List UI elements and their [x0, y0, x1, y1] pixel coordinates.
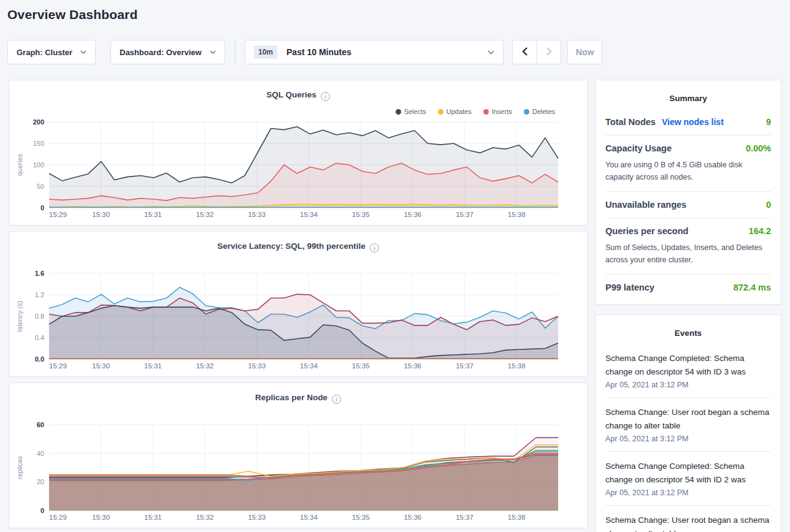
svg-text:0: 0 [40, 507, 44, 514]
svg-text:15:33: 15:33 [248, 362, 266, 370]
svg-text:15:34: 15:34 [300, 362, 318, 370]
svg-text:15:34: 15:34 [300, 514, 318, 521]
info-icon[interactable]: i [370, 243, 379, 253]
legend-dot [524, 109, 529, 115]
svg-text:15:36: 15:36 [404, 514, 421, 521]
svg-text:latency (s): latency (s) [16, 301, 23, 332]
summary-item-p99-latency: P99 latency 872.4 ms [605, 275, 771, 300]
service-latency-chart[interactable]: 15:2915:3015:3115:3215:3315:3415:3515:36… [13, 266, 584, 378]
svg-text:15:31: 15:31 [144, 514, 162, 521]
event-timestamp: Apr 05, 2021 at 3:12 PM [605, 381, 771, 389]
summary-item-qps: Queries per second 164.2 Sum of Selects,… [605, 218, 771, 274]
overview-dashboard-page: Overview Dashboard Graph: Cluster Dashbo… [0, 0, 790, 532]
event-timestamp: Apr 05, 2021 at 3:12 PM [605, 488, 771, 497]
events-title: Events [605, 325, 771, 344]
summary-label: Unavailable ranges [605, 200, 686, 210]
dashboard-dropdown[interactable]: Dashboard: Overview [110, 40, 225, 64]
svg-text:15:32: 15:32 [196, 211, 214, 218]
chevron-right-icon [546, 47, 552, 58]
svg-text:15:37: 15:37 [456, 211, 474, 218]
view-nodes-link[interactable]: View nodes list [662, 117, 724, 127]
chevron-left-icon [522, 47, 528, 58]
replicas-per-node-chart[interactable]: 15:2915:3015:3115:3215:3315:3415:3515:36… [13, 417, 584, 529]
summary-value: 0 [766, 200, 771, 210]
svg-text:100: 100 [33, 161, 44, 169]
page-title: Overview Dashboard [7, 7, 138, 22]
toolbar-divider [235, 40, 236, 64]
svg-text:15:34: 15:34 [300, 211, 318, 218]
chevron-down-icon [80, 50, 86, 54]
chevron-down-icon [210, 50, 216, 54]
event-item: Schema Change: User root began a schema … [605, 506, 771, 532]
time-range-badge: 10m [254, 45, 277, 59]
summary-description: You are using 0 B of 4.5 GiB usable disk… [605, 159, 771, 183]
svg-text:15:30: 15:30 [92, 514, 110, 521]
svg-text:15:38: 15:38 [508, 514, 526, 521]
event-text[interactable]: Schema Change: User root began a schema … [605, 514, 771, 532]
svg-text:50: 50 [37, 183, 44, 190]
event-item: Schema Change: User root began a schema … [605, 398, 771, 451]
charts-column: SQL Queriesi Selects Updates Inserts Del… [9, 80, 588, 532]
svg-text:15:38: 15:38 [508, 362, 526, 370]
graph-dropdown[interactable]: Graph: Cluster [7, 40, 96, 64]
events-panel: Events Schema Change Completed: Schema c… [595, 314, 781, 532]
chart-title-row: SQL Queriesi [9, 90, 587, 101]
summary-description: Sum of Selects, Updates, Inserts, and De… [605, 241, 771, 266]
summary-value: 0.00% [746, 143, 771, 153]
legend-dot [438, 109, 443, 115]
summary-label: Total Nodes [605, 117, 656, 127]
time-range-selector[interactable]: 10m Past 10 Minutes [245, 40, 504, 64]
svg-text:15:29: 15:29 [49, 211, 67, 218]
svg-text:15:30: 15:30 [92, 362, 110, 370]
svg-text:15:31: 15:31 [144, 362, 162, 370]
sql-queries-chart[interactable]: 15:2915:3015:3115:3215:3315:3415:3515:36… [13, 115, 584, 226]
svg-text:15:30: 15:30 [92, 211, 110, 218]
summary-item-total-nodes: Total Nodes View nodes list 9 [605, 109, 771, 135]
info-icon[interactable]: i [332, 395, 341, 404]
summary-item-capacity: Capacity Usage 0.00% You are using 0 B o… [605, 135, 771, 191]
svg-text:0.4: 0.4 [35, 334, 44, 341]
summary-value: 164.2 [749, 226, 771, 236]
summary-label: P99 latency [605, 283, 654, 292]
svg-text:200: 200 [33, 118, 44, 126]
chart-title: Service Latency: SQL, 99th percentile [217, 241, 366, 251]
chevron-down-icon [488, 50, 494, 55]
event-text[interactable]: Schema Change: User root began a schema … [605, 406, 771, 433]
event-text[interactable]: Schema Change Completed: Schema change o… [605, 352, 771, 379]
svg-text:15:38: 15:38 [508, 211, 526, 218]
svg-text:15:35: 15:35 [352, 362, 370, 370]
dashboard-dropdown-label: Dashboard: Overview [120, 48, 202, 57]
graph-dropdown-label: Graph: Cluster [17, 48, 72, 57]
svg-text:15:33: 15:33 [248, 514, 266, 521]
svg-text:0.0: 0.0 [35, 355, 44, 363]
now-button[interactable]: Now [567, 40, 602, 64]
svg-text:15:35: 15:35 [352, 211, 370, 218]
sidebar: Summary Total Nodes View nodes list 9 Ca… [595, 80, 781, 532]
summary-item-unavailable-ranges: Unavailable ranges 0 [605, 192, 771, 218]
info-icon[interactable]: i [321, 92, 330, 101]
svg-text:1.2: 1.2 [35, 291, 44, 298]
event-timestamp: Apr 05, 2021 at 3:12 PM [605, 435, 771, 443]
svg-text:15:35: 15:35 [352, 514, 370, 521]
time-range-label: Past 10 Minutes [286, 47, 351, 57]
summary-label: Queries per second [605, 226, 688, 236]
replicas-per-node-panel: Replicas per Nodei 15:2915:3015:3115:321… [9, 382, 588, 528]
svg-text:15:33: 15:33 [248, 211, 266, 218]
svg-text:150: 150 [33, 140, 44, 147]
chart-title: SQL Queries [266, 90, 316, 99]
event-text[interactable]: Schema Change Completed: Schema change o… [605, 460, 771, 487]
svg-text:40: 40 [37, 450, 44, 457]
svg-text:15:29: 15:29 [49, 514, 67, 521]
svg-text:15:29: 15:29 [49, 362, 67, 370]
chart-title: Replicas per Node [255, 393, 328, 402]
event-item: Schema Change Completed: Schema change o… [605, 452, 771, 505]
svg-text:15:31: 15:31 [144, 211, 162, 218]
summary-label: Capacity Usage [605, 143, 672, 153]
legend-dot [483, 109, 489, 115]
event-item: Schema Change Completed: Schema change o… [605, 344, 771, 397]
svg-text:15:37: 15:37 [456, 362, 474, 370]
time-forward-button[interactable] [537, 40, 561, 64]
svg-text:15:32: 15:32 [196, 514, 214, 521]
time-back-button[interactable] [513, 40, 537, 64]
svg-text:0.8: 0.8 [35, 313, 44, 320]
